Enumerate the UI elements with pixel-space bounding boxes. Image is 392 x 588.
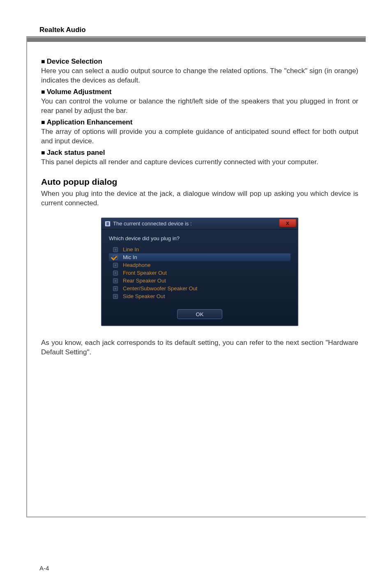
device-label: Rear Speaker Out [123,278,166,284]
section-body-volume-adjustment: You can control the volume or balance th… [41,97,358,116]
device-label: Mic In [123,254,137,260]
section-title-volume-adjustment: ■Volume Adjustment [41,88,358,96]
section-title-text: Application Enhancement [47,118,133,126]
jack-icon-checked [112,255,119,260]
device-label: Side Speaker Out [123,293,165,299]
section-title-application-enhancement: ■Application Enhancement [41,118,358,126]
jack-icon [112,286,119,291]
device-list: Line In Mic In Headphone Front Spea [109,246,291,300]
section-title-device-selection: ■Device Selection [41,57,358,66]
section-title-text: Jack status panel [47,149,105,156]
dialog-title: The current connected device is : [113,220,192,227]
device-option-rear-speaker-out[interactable]: Rear Speaker Out [109,277,291,285]
jack-icon [112,271,119,276]
dialog-footer: OK [101,308,298,326]
section-title-text: Volume Adjustment [47,88,112,96]
ok-button[interactable]: OK [177,309,222,319]
device-label: Center/Subwoofer Speaker Out [123,285,197,292]
close-icon: x [286,220,289,226]
dialog-titlebar: The current connected device is : x [101,218,298,230]
speaker-icon [105,221,111,227]
device-label: Front Speaker Out [123,270,167,276]
device-option-center-subwoofer-speaker-out[interactable]: Center/Subwoofer Speaker Out [109,285,291,292]
paragraph-auto-popup-intro: When you plug into the device at the jac… [41,189,358,208]
section-title-text: Device Selection [47,57,102,65]
jack-icon [112,278,119,283]
ok-button-label: OK [196,311,204,317]
device-option-line-in[interactable]: Line In [109,246,291,253]
dialog-question: Which device did you plug in? [109,235,291,241]
heading-auto-popup: Auto popup dialog [41,177,358,187]
content-left-border [26,38,27,517]
header-thin-rule [26,37,366,37]
device-label: Headphone [123,262,150,268]
jack-popup-dialog: The current connected device is : x Whic… [101,218,298,326]
bullet-icon: ■ [41,88,45,95]
device-option-mic-in[interactable]: Mic In [109,253,291,261]
content-area: ■Device Selection Here you can select a … [41,57,358,357]
jack-icon [112,263,119,268]
device-option-side-speaker-out[interactable]: Side Speaker Out [109,292,291,300]
device-option-headphone[interactable]: Headphone [109,261,291,269]
bullet-icon: ■ [41,58,45,65]
content-bottom-border [26,517,366,517]
header-thick-rule [26,38,366,42]
section-body-device-selection: Here you can select a audio output sourc… [41,67,358,85]
page-root: Realtek Audio ■Device Selection Here you… [0,0,392,588]
jack-icon [112,294,119,299]
section-title-jack-status-panel: ■Jack status panel [41,149,358,157]
device-label: Line In [123,246,139,253]
close-button[interactable]: x [279,219,296,227]
page-number: A-4 [39,565,49,572]
dialog-body: Which device did you plug in? Line In Mi… [101,230,298,308]
section-body-jack-status-panel: This panel depicts all render and captur… [41,158,358,167]
paragraph-after-dialog: As you know, each jack corresponds to it… [41,338,358,357]
bullet-icon: ■ [41,149,45,156]
jack-icon [112,247,119,252]
section-body-application-enhancement: The array of options will provide you a … [41,127,358,146]
dialog-screenshot: The current connected device is : x Whic… [101,218,298,326]
bullet-icon: ■ [41,119,45,126]
page-header-title: Realtek Audio [39,26,86,34]
device-option-front-speaker-out[interactable]: Front Speaker Out [109,269,291,277]
